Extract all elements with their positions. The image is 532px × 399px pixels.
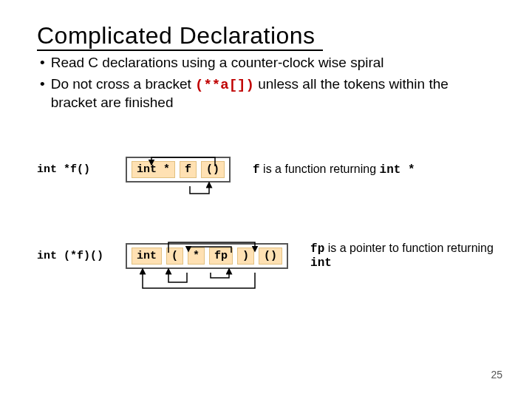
slide: Complicated Declarations • Read C declar… <box>0 0 532 270</box>
bullet-code: (**a[]) <box>195 77 254 93</box>
desc-code: f <box>253 163 260 177</box>
token-strip: int ( * fp ) () <box>126 243 288 269</box>
slide-title: Complicated Declarations <box>37 22 323 51</box>
example-decl: int (*f)() <box>37 250 126 262</box>
desc-code: int <box>310 256 332 270</box>
desc-code: int * <box>380 163 415 177</box>
example-diagram: int ( * fp ) () <box>126 243 288 269</box>
bullet-dot: • <box>40 54 45 72</box>
desc-text: is a function returning <box>260 163 380 175</box>
bullet-dot: • <box>40 75 45 112</box>
desc-code: fp <box>310 242 324 256</box>
bullet-text: Read C declarations using a counter-cloc… <box>51 55 384 70</box>
bullet-list: • Read C declarations using a counter-cl… <box>37 54 495 112</box>
token: int * <box>132 161 175 178</box>
example-desc: fp is a pointer to function returning in… <box>310 242 495 270</box>
example-diagram: int * f () <box>126 157 231 183</box>
token: () <box>259 248 282 265</box>
example-desc: f is a function returning int * <box>253 163 415 177</box>
bullet-item: • Read C declarations using a counter-cl… <box>37 54 495 72</box>
token: () <box>201 161 225 178</box>
bullet-text-pre: Do not cross a bracket <box>51 76 195 92</box>
token-strip: int * f () <box>126 157 231 183</box>
token: ) <box>237 248 254 265</box>
token: f <box>180 161 197 178</box>
token: ( <box>166 248 183 265</box>
token: * <box>188 248 205 265</box>
example-decl: int *f() <box>37 163 126 176</box>
examples: int *f() int * f () <box>37 157 495 270</box>
token: fp <box>209 248 233 265</box>
example-row: int *f() int * f () <box>37 157 495 183</box>
bullet-item: • Do not cross a bracket (**a[]) unless … <box>37 75 495 112</box>
example-row: int (*f)() int ( * fp ) () <box>37 242 495 270</box>
desc-text: is a pointer to function returning <box>324 242 494 254</box>
page-number: 25 <box>491 369 502 381</box>
token: int <box>132 248 162 265</box>
